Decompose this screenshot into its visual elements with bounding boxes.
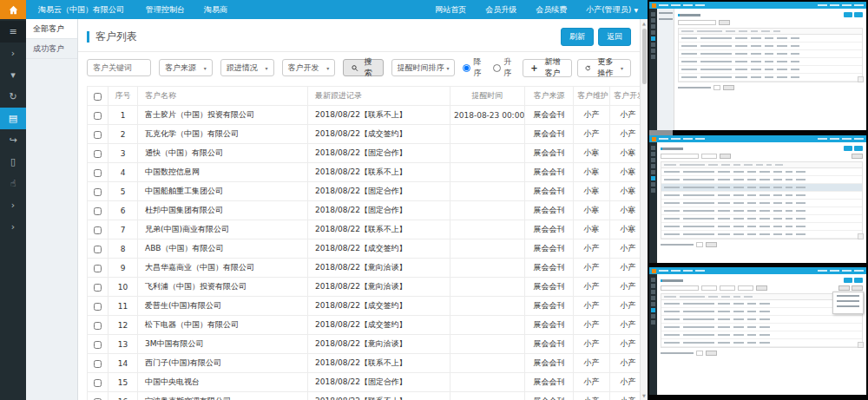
row-checkbox[interactable] <box>94 246 102 253</box>
add-customer-button[interactable]: + 新增客户 <box>523 59 571 77</box>
row-checkbox[interactable] <box>94 379 102 387</box>
home-logo[interactable] <box>0 0 26 19</box>
t-cell <box>664 296 676 298</box>
sidebar-item-all-customers[interactable]: 全部客户 <box>26 19 77 39</box>
chevron-right-icon-3[interactable]: › <box>0 216 26 238</box>
sort-desc-option[interactable]: 降序 <box>463 56 484 79</box>
back-button[interactable]: 返回 <box>598 28 631 46</box>
table-row: 8 ABB（中国）有限公司 2018/08/22【成交签约】 展会会刊 小产 小… <box>88 239 641 259</box>
t-cell <box>700 37 732 39</box>
nav-user-menu[interactable]: 小产(管理员)▼ <box>576 0 648 20</box>
thumbs-up-icon[interactable]: ☝ <box>0 173 26 194</box>
sort-asc-option[interactable]: 升序 <box>493 56 515 79</box>
t-cell <box>777 76 787 78</box>
vertical-scrollbar[interactable]: ▲ ▼ <box>640 19 648 400</box>
select-all-checkbox[interactable] <box>94 93 102 101</box>
t-cell <box>791 61 799 62</box>
chevron-right-icon[interactable]: › <box>0 43 26 64</box>
caret-down-icon: ▾ <box>204 65 207 71</box>
preview-thumbnail-3[interactable] <box>649 267 866 395</box>
row-checkbox[interactable] <box>94 207 102 215</box>
chevron-down-icon[interactable]: ▾ <box>0 64 26 86</box>
t-cell <box>718 202 730 204</box>
chevron-right-icon-2[interactable]: › <box>0 194 26 216</box>
menu-icon[interactable]: ≡ <box>0 21 26 43</box>
source-select[interactable]: 客户来源▾ <box>159 59 213 76</box>
brand-title[interactable]: 淘易云（中国）有限公司 <box>26 0 136 19</box>
t-cell <box>708 164 718 166</box>
nav-console[interactable]: 管理控制台 <box>136 0 194 19</box>
row-checkbox[interactable] <box>94 188 102 196</box>
preview-thumbnail-2[interactable] <box>649 135 866 263</box>
col-source: 客户来源 <box>525 87 574 106</box>
nav-renew[interactable]: 会员续费 <box>526 0 576 19</box>
customer-name: 西门子(中国)有限公司 <box>138 354 308 373</box>
trash-icon[interactable]: ▯ <box>0 151 26 173</box>
t-cell <box>777 53 787 55</box>
sort-field-select[interactable]: 提醒时间排序▾ <box>391 59 456 76</box>
t-cell <box>683 187 714 188</box>
refresh-button[interactable]: 刷新 <box>561 28 594 46</box>
row-checkbox[interactable] <box>94 341 102 349</box>
row-checkbox[interactable] <box>94 150 102 158</box>
row-checkbox[interactable] <box>94 322 102 330</box>
t-cell <box>664 326 680 328</box>
t-cell <box>683 311 714 312</box>
row-checkbox[interactable] <box>94 360 102 368</box>
scroll-up-icon[interactable]: ▲ <box>642 19 646 28</box>
develop-select[interactable]: 客户开发▾ <box>282 59 336 76</box>
follow-up-record: 2018/08/22【成交签约】 <box>308 297 450 316</box>
table-row: 9 大昌华嘉商业（中国）有限公司 2018/08/22【意向洽谈】 展会会刊 小… <box>88 259 641 278</box>
row-checkbox[interactable] <box>94 112 102 120</box>
row-checkbox[interactable] <box>94 169 102 177</box>
customer-name: 杜邦中国集团有限公司 <box>138 201 308 220</box>
t-headbtns <box>844 146 863 151</box>
row-checkbox[interactable] <box>94 226 102 234</box>
customer-keeper: 小寒 <box>574 144 610 163</box>
t-cell <box>733 311 744 312</box>
row-checkbox[interactable] <box>94 303 102 311</box>
customer-list-icon[interactable]: ▤ <box>0 108 26 129</box>
t-cell <box>765 69 773 70</box>
filter-toolbar: 客户来源▾ 跟进情况▾ 客户开发▾ 搜索 提醒时间排序▾ 降序 升序 <box>87 54 631 82</box>
customer-table-body: 1 富士胶片（中国）投资有限公司 2018/08/22【联系不上】 2018-0… <box>88 106 641 400</box>
t-cell <box>664 179 680 180</box>
progress-select[interactable]: 跟进情况▾ <box>220 59 274 76</box>
sidebar-item-success-customers[interactable]: 成功客户 <box>26 39 77 59</box>
table-row: 6 杜邦中国集团有限公司 2018/08/22【固定合作】 展会会刊 小寒 小寒 <box>88 201 641 220</box>
t-cell <box>664 187 680 188</box>
sign-out-icon[interactable]: ↪ <box>0 129 26 151</box>
t-pline <box>661 244 694 246</box>
mini-table-header <box>661 162 862 168</box>
row-checkbox[interactable] <box>94 284 102 292</box>
mini-search-button <box>719 20 730 25</box>
nav-home-link[interactable]: 网站首页 <box>425 0 476 19</box>
t-cell <box>760 311 770 312</box>
t-cell <box>756 164 763 166</box>
sort-desc-radio[interactable] <box>463 64 470 72</box>
mini-menu-item <box>837 295 859 297</box>
customer-developer: 小产 <box>610 373 641 392</box>
table-row: 10 飞利浦（中国）投资有限公司 2018/08/22【意向洽谈】 展会会刊 小… <box>88 278 641 297</box>
sort-asc-radio[interactable] <box>493 64 501 72</box>
search-button[interactable]: 搜索 <box>343 59 383 76</box>
row-checkbox[interactable] <box>94 131 102 139</box>
mini-pagination <box>661 242 863 247</box>
row-checkbox[interactable] <box>94 265 102 272</box>
more-actions-button[interactable]: 更多操作 ▾ <box>577 59 631 77</box>
t-cell <box>796 179 806 180</box>
preview-thumbnail-1[interactable] <box>649 2 866 130</box>
scrollbar-thumb[interactable] <box>642 29 647 84</box>
customer-keeper: 小产 <box>574 259 610 278</box>
keyword-input[interactable] <box>87 59 151 76</box>
nav-upgrade[interactable]: 会员升级 <box>476 0 526 19</box>
t-nav-r <box>818 138 864 140</box>
t-cell <box>735 76 747 78</box>
mini-table-row <box>679 74 862 82</box>
nav-shop[interactable]: 淘易商 <box>194 0 237 19</box>
row-seq: 7 <box>108 220 138 239</box>
t-cell <box>796 171 806 173</box>
t-cell <box>773 218 782 220</box>
scroll-down-icon[interactable]: ▼ <box>642 391 646 400</box>
history-icon[interactable]: ↻ <box>0 86 26 108</box>
